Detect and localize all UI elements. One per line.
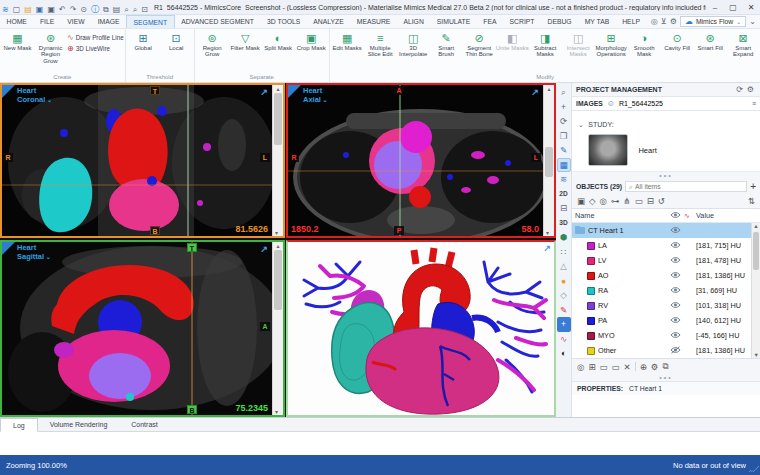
menu-tab-fea[interactable]: FEA	[477, 15, 503, 28]
slice-scrollbar[interactable]: ▴▾	[272, 85, 283, 236]
menu-tab-measure[interactable]: MEASURE	[350, 15, 397, 28]
bottom-tab-volume-rendering[interactable]: Volume Rendering	[38, 418, 120, 431]
study-thumbnail[interactable]	[588, 134, 628, 166]
bottom-tab-contrast[interactable]: Contrast	[119, 418, 169, 431]
plane-selector[interactable]: Axial	[303, 96, 328, 105]
column-contrast-wave-icon[interactable]: ∿	[684, 212, 696, 220]
ribbon-button-3d-interpolate[interactable]: ◫3D Interpolate	[397, 30, 430, 58]
panel-splitter[interactable]: •••	[572, 172, 760, 179]
images-menu-icon[interactable]: ≡	[752, 100, 756, 107]
new-project-icon[interactable]: ▢	[11, 5, 23, 14]
zoom-icon[interactable]: ⌕	[557, 85, 571, 100]
ribbon-button-cavity-fill[interactable]: ⊙Cavity Fill	[661, 30, 694, 51]
ribbon-button-split-mask[interactable]: ◐Split Mask	[262, 30, 295, 51]
lock-icon[interactable]: ⊙	[78, 5, 89, 14]
wire-cube-icon[interactable]: ◇	[557, 288, 571, 303]
ribbon-button-global[interactable]: ⊞Global	[127, 30, 160, 51]
refresh-icon[interactable]: ⟳	[734, 85, 745, 94]
folder-remove-icon[interactable]: ▭	[612, 362, 620, 372]
ribbon-button-3d-livewire[interactable]: ⊕3D LiveWire	[67, 44, 124, 53]
menu-tab-view[interactable]: VIEW	[61, 15, 91, 28]
open-project-icon[interactable]: ▤	[22, 5, 34, 14]
column-value[interactable]: Value	[696, 211, 760, 220]
ribbon-button-multiple-slice-edit[interactable]: ≡Multiple Slice Edit	[364, 30, 397, 58]
expand-viewport-icon[interactable]: ↗	[260, 87, 268, 97]
search-input[interactable]	[635, 183, 743, 190]
visibility-eye-off-icon[interactable]	[667, 346, 684, 356]
visibility-eye-icon[interactable]	[667, 331, 684, 341]
gears-icon[interactable]: ⚙	[651, 362, 659, 372]
label-2d[interactable]: 2D	[557, 187, 571, 202]
redo-icon[interactable]: ↷	[68, 5, 79, 14]
ribbon-button-segment-thin-bone[interactable]: ⊘Segment Thin Bone	[463, 30, 496, 58]
visibility-eye-icon[interactable]	[667, 256, 684, 266]
visibility-eye-icon[interactable]	[667, 316, 684, 326]
delete-icon[interactable]: ✕	[624, 362, 631, 372]
layout-icon[interactable]: ❐	[557, 129, 571, 144]
ribbon-button-filter-mask[interactable]: ▽Filter Mask	[229, 30, 262, 51]
menu-tab-advanced-segment[interactable]: ADVANCED SEGMENT	[175, 15, 261, 28]
mask-icon[interactable]: ▣	[577, 196, 585, 206]
globe-icon[interactable]: ⊕	[640, 362, 647, 372]
mic-icon[interactable]: ⊻	[661, 17, 667, 26]
panel-splitter[interactable]: •••	[572, 374, 760, 381]
object-row-ao[interactable]: AO[181, 1386] HU	[572, 268, 760, 283]
save-as-icon[interactable]: ▣	[45, 5, 57, 14]
object-row-la[interactable]: LA[181, 715] HU	[572, 238, 760, 253]
settings-icon[interactable]: ⚙	[745, 85, 756, 94]
menu-tab-my-tab[interactable]: MY TAB	[578, 15, 616, 28]
object-row-myo[interactable]: MYO[-45, 166] HU	[572, 328, 760, 343]
plane-selector[interactable]: Coronal	[17, 96, 52, 105]
visibility-eye-icon[interactable]	[667, 271, 684, 281]
expand-viewport-icon[interactable]: ↗	[531, 87, 539, 97]
visibility-eye-icon[interactable]	[667, 241, 684, 251]
object-row-other[interactable]: Other[181, 1386] HU	[572, 343, 760, 358]
collapse-study-icon[interactable]: ⌄	[578, 121, 584, 128]
views-grid-icon[interactable]: ▦	[557, 158, 571, 173]
study-name[interactable]: Heart	[638, 146, 656, 155]
menu-tab-align[interactable]: ALIGN	[397, 15, 430, 28]
ribbon-button-region-grow[interactable]: ⊚Region Grow	[196, 30, 229, 58]
folder-icon[interactable]: ▭	[635, 196, 643, 206]
expand-viewport-icon[interactable]: ↗	[260, 244, 268, 254]
ribbon-button-smart-fill[interactable]: ⊛Smart Fill	[694, 30, 727, 51]
undo-icon[interactable]: ↶	[57, 5, 68, 14]
workflow-selector[interactable]: ☁ Mimics Flow ⌄	[680, 16, 746, 27]
menu-tab-file[interactable]: FILE	[33, 15, 60, 28]
menu-tab-analyze[interactable]: ANALYZE	[307, 15, 350, 28]
centerline-icon[interactable]: ⋔	[624, 196, 631, 206]
bottom-tab-log[interactable]: Log	[0, 418, 38, 432]
support-icon[interactable]: ◎	[651, 17, 658, 26]
copy-icon[interactable]: ⧉	[101, 5, 111, 14]
spline-icon[interactable]: ∿	[557, 332, 571, 347]
menu-tab-image[interactable]: IMAGE	[91, 15, 126, 28]
visibility-eye-icon[interactable]	[667, 301, 684, 311]
menu-tab-segment[interactable]: SEGMENT	[126, 15, 175, 28]
label-3d[interactable]: 3D	[557, 216, 571, 231]
column-visibility-eye-icon[interactable]	[667, 211, 684, 221]
menu-tab-help[interactable]: HELP	[616, 15, 647, 28]
undo-icon[interactable]: ↺	[658, 196, 665, 206]
segment-brush-icon[interactable]: ✎	[557, 143, 571, 158]
ribbon-collapse-icon[interactable]: ⌄	[749, 17, 756, 26]
ribbon-button-subtract-masks[interactable]: ◨Subtract Masks	[529, 30, 562, 58]
minimize-button[interactable]: –	[706, 0, 724, 15]
ribbon-button-smooth-mask[interactable]: ◑Smooth Mask	[628, 30, 661, 58]
sphere-icon[interactable]: ●	[557, 274, 571, 289]
collapse-all-icon[interactable]: ⊟	[647, 196, 654, 206]
viewport-coronal[interactable]: Heart Coronal ↗ T B R L 81.5626 ▴▾	[0, 83, 285, 238]
point-grid-icon[interactable]: ∷	[557, 245, 571, 260]
mask-3d-icon[interactable]: ⬢	[557, 230, 571, 245]
curve-icon[interactable]: ≋	[557, 172, 571, 187]
close-button[interactable]: ✕	[742, 0, 760, 15]
ribbon-button-smart-expand[interactable]: ⊠Smart Expand	[727, 30, 760, 58]
menu-tab-home[interactable]: HOME	[0, 15, 33, 28]
ribbon-button-draw-profile-line[interactable]: ∿Draw Profile Line	[67, 33, 124, 42]
mimics-logo-icon[interactable]: ≋	[0, 5, 11, 14]
visibility-eye-icon[interactable]	[667, 226, 684, 236]
expand-viewport-icon[interactable]: ↗	[543, 243, 551, 253]
object-row-rv[interactable]: RV[101, 318] HU	[572, 298, 760, 313]
maximize-button[interactable]: ▢	[724, 0, 742, 15]
visibility-eye-icon[interactable]	[667, 286, 684, 296]
slice-scrollbar[interactable]: ▴▾	[543, 85, 554, 236]
